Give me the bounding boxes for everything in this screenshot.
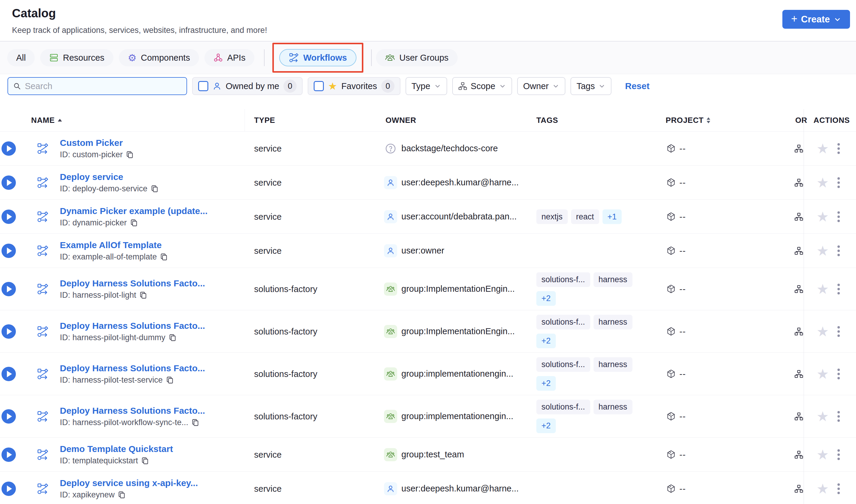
table-row[interactable]: Deploy service ID: deploy-demo-service s…	[0, 166, 856, 200]
favorite-star-button[interactable]: ★	[817, 282, 829, 296]
scope-dropdown[interactable]: Scope	[452, 77, 512, 95]
tag-chip[interactable]: solutions-f...	[536, 400, 590, 414]
favorites-filter[interactable]: ★ Favorites 0	[308, 77, 400, 95]
workflow-name-link[interactable]: Example AllOf Template	[60, 240, 168, 250]
workflow-name-link[interactable]: Deploy Harness Solutions Facto...	[60, 406, 205, 416]
launch-workflow-button[interactable]	[1, 176, 16, 190]
owned-by-me-checkbox[interactable]	[198, 81, 208, 91]
tab-all[interactable]: All	[7, 49, 35, 66]
tab-resources[interactable]: Resources	[40, 49, 114, 66]
workflow-name-link[interactable]: Deploy service using x-api-key...	[60, 478, 198, 488]
copy-icon[interactable]	[139, 291, 147, 299]
tag-chip[interactable]: harness	[594, 272, 632, 287]
workflow-name-link[interactable]: Deploy Harness Solutions Facto...	[60, 278, 205, 288]
favorite-star-button[interactable]: ★	[817, 367, 829, 381]
type-dropdown[interactable]: Type	[406, 77, 447, 95]
org-hierarchy-icon[interactable]	[794, 246, 803, 255]
favorite-star-button[interactable]: ★	[817, 482, 829, 496]
launch-workflow-button[interactable]	[1, 482, 16, 496]
kebab-menu-button[interactable]	[837, 211, 840, 222]
tab-components[interactable]: ⚙ Components	[119, 49, 199, 66]
table-row[interactable]: Custom Picker ID: custom-picker service …	[0, 131, 856, 166]
column-header-project[interactable]: PROJECT	[666, 116, 710, 125]
table-row[interactable]: Dynamic Picker example (update... ID: dy…	[0, 200, 856, 234]
tag-chip[interactable]: nextjs	[536, 209, 568, 224]
favorite-star-button[interactable]: ★	[817, 210, 829, 223]
create-button[interactable]: + Create	[782, 10, 850, 29]
kebab-menu-button[interactable]	[837, 143, 840, 154]
kebab-menu-button[interactable]	[837, 449, 840, 460]
favorite-star-button[interactable]: ★	[817, 244, 829, 258]
org-hierarchy-icon[interactable]	[794, 212, 803, 221]
table-row[interactable]: Deploy Harness Solutions Facto... ID: ha…	[0, 268, 856, 310]
copy-icon[interactable]	[160, 253, 168, 261]
launch-workflow-button[interactable]	[1, 141, 16, 156]
org-hierarchy-icon[interactable]	[794, 412, 803, 421]
tab-user-groups[interactable]: User Groups	[376, 49, 457, 66]
favorites-checkbox[interactable]	[314, 81, 324, 91]
org-hierarchy-icon[interactable]	[794, 285, 803, 293]
workflow-name-link[interactable]: Deploy service	[60, 172, 159, 182]
org-hierarchy-icon[interactable]	[794, 370, 803, 378]
workflow-name-link[interactable]: Deploy Harness Solutions Facto...	[60, 321, 205, 331]
table-row[interactable]: Deploy service using x-api-key... ID: xa…	[0, 472, 856, 504]
copy-icon[interactable]	[151, 185, 159, 193]
tag-more-chip[interactable]: +1	[602, 209, 622, 224]
copy-icon[interactable]	[166, 376, 174, 384]
launch-workflow-button[interactable]	[1, 367, 16, 381]
org-hierarchy-icon[interactable]	[794, 144, 803, 153]
table-row[interactable]: Deploy Harness Solutions Facto... ID: ha…	[0, 353, 856, 395]
copy-icon[interactable]	[169, 334, 176, 342]
tag-chip[interactable]: harness	[594, 315, 632, 329]
launch-workflow-button[interactable]	[1, 324, 16, 339]
org-hierarchy-icon[interactable]	[794, 484, 803, 493]
table-row[interactable]: Example AllOf Template ID: example-all-o…	[0, 234, 856, 268]
copy-icon[interactable]	[118, 491, 126, 499]
table-row[interactable]: Deploy Harness Solutions Facto... ID: ha…	[0, 310, 856, 353]
launch-workflow-button[interactable]	[1, 409, 16, 424]
org-hierarchy-icon[interactable]	[794, 450, 803, 459]
favorite-star-button[interactable]: ★	[817, 325, 829, 338]
search-input[interactable]	[25, 81, 182, 91]
tag-chip[interactable]: solutions-f...	[536, 315, 590, 329]
org-hierarchy-icon[interactable]	[794, 178, 803, 187]
tag-chip[interactable]: harness	[594, 400, 632, 414]
workflow-name-link[interactable]: Custom Picker	[60, 138, 134, 148]
workflow-name-link[interactable]: Demo Template Quickstart	[60, 444, 173, 454]
tag-more-chip[interactable]: +2	[536, 376, 556, 391]
kebab-menu-button[interactable]	[837, 284, 840, 294]
tag-more-chip[interactable]: +2	[536, 291, 556, 306]
tag-chip[interactable]: harness	[594, 357, 632, 372]
tag-more-chip[interactable]: +2	[536, 418, 556, 433]
owner-dropdown[interactable]: Owner	[517, 77, 565, 95]
kebab-menu-button[interactable]	[837, 483, 840, 494]
copy-icon[interactable]	[126, 151, 134, 159]
reset-filters-link[interactable]: Reset	[625, 81, 650, 91]
tab-apis[interactable]: APIs	[204, 49, 254, 66]
kebab-menu-button[interactable]	[837, 411, 840, 422]
org-hierarchy-icon[interactable]	[794, 327, 803, 336]
copy-icon[interactable]	[191, 418, 199, 427]
workflow-name-link[interactable]: Dynamic Picker example (update...	[60, 206, 208, 216]
kebab-menu-button[interactable]	[837, 177, 840, 188]
column-header-name[interactable]: NAME	[31, 116, 62, 125]
kebab-menu-button[interactable]	[837, 246, 840, 256]
tag-more-chip[interactable]: +2	[536, 334, 556, 348]
table-row[interactable]: Deploy Harness Solutions Facto... ID: ha…	[0, 395, 856, 438]
favorite-star-button[interactable]: ★	[817, 448, 829, 462]
tag-chip[interactable]: solutions-f...	[536, 357, 590, 372]
kebab-menu-button[interactable]	[837, 368, 840, 379]
workflow-name-link[interactable]: Deploy Harness Solutions Facto...	[60, 363, 205, 373]
favorite-star-button[interactable]: ★	[817, 176, 829, 190]
tag-chip[interactable]: react	[571, 209, 599, 224]
kebab-menu-button[interactable]	[837, 326, 840, 337]
copy-icon[interactable]	[141, 457, 149, 465]
tags-dropdown[interactable]: Tags	[570, 77, 612, 95]
tab-workflows[interactable]: Workflows	[279, 49, 357, 66]
favorite-star-button[interactable]: ★	[817, 142, 829, 156]
launch-workflow-button[interactable]	[1, 282, 16, 296]
copy-icon[interactable]	[130, 219, 138, 227]
favorite-star-button[interactable]: ★	[817, 410, 829, 423]
launch-workflow-button[interactable]	[1, 448, 16, 462]
launch-workflow-button[interactable]	[1, 210, 16, 224]
